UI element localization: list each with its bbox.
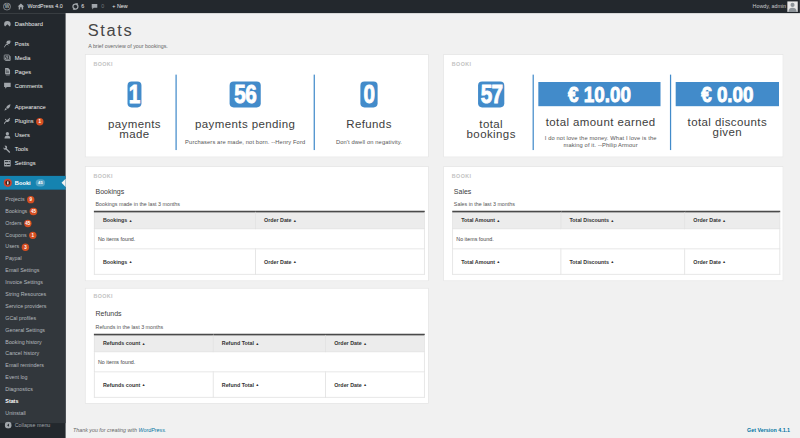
svg-text:W: W [5, 4, 10, 9]
